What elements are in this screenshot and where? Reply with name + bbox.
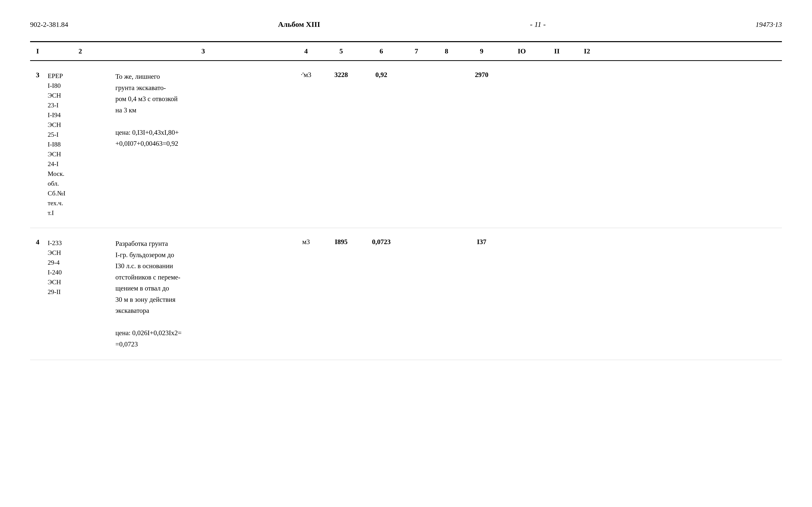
page-header: 902-2-381.84 Альбом XIII - 11 - 19473·13 <box>30 20 782 31</box>
col-header-5: 5 <box>321 47 361 55</box>
col-header-12: I2 <box>572 47 602 55</box>
doc-number: 902-2-381.84 <box>30 20 68 29</box>
description-1: То же, лишнего грунта экскавато- ром 0,4… <box>115 71 291 149</box>
total-1: 2970 <box>462 71 502 79</box>
table-row: 4 I-233ЭСН29-4I-240ЭСН29-II Разработка г… <box>30 228 782 360</box>
price-2: 0,0723 <box>361 238 401 246</box>
col-header-2: 2 <box>45 47 115 55</box>
col-header-9: 9 <box>462 47 502 55</box>
col-header-6: 6 <box>361 47 401 55</box>
col-header-11: II <box>542 47 572 55</box>
column-headers: I 2 3 4 5 6 7 8 9 IO II I2 <box>30 42 782 61</box>
table-row: 3 ЕРЕРI-I80ЭСН23-II-I94ЭСН25-II-I88ЭСН24… <box>30 61 782 228</box>
unit-2: м3 <box>291 238 321 246</box>
ref-code-2: I-233ЭСН29-4I-240ЭСН29-II <box>45 238 115 297</box>
col-header-4: 4 <box>291 47 321 55</box>
unit-1: ·'м3 <box>291 71 321 79</box>
col-header-7: 7 <box>401 47 431 55</box>
total-2: I37 <box>462 238 502 246</box>
album-title: Альбом XIII <box>278 20 320 29</box>
drawing-number: 19473·13 <box>756 20 782 29</box>
description-2: Разработка грунта I-гр. бульдозером до I… <box>115 238 291 350</box>
col-header-10: IO <box>502 47 542 55</box>
qty-2: I895 <box>321 238 361 246</box>
row-number-2: 4 <box>30 238 45 246</box>
col-header-3: 3 <box>115 47 291 55</box>
col-header-8: 8 <box>431 47 462 55</box>
ref-code-1: ЕРЕРI-I80ЭСН23-II-I94ЭСН25-II-I88ЭСН24-I… <box>45 71 115 218</box>
price-1: 0,92 <box>361 71 401 79</box>
col-header-1: I <box>30 47 45 55</box>
qty-1: 3228 <box>321 71 361 79</box>
page-number: - 11 - <box>530 20 546 29</box>
row-number-1: 3 <box>30 71 45 79</box>
